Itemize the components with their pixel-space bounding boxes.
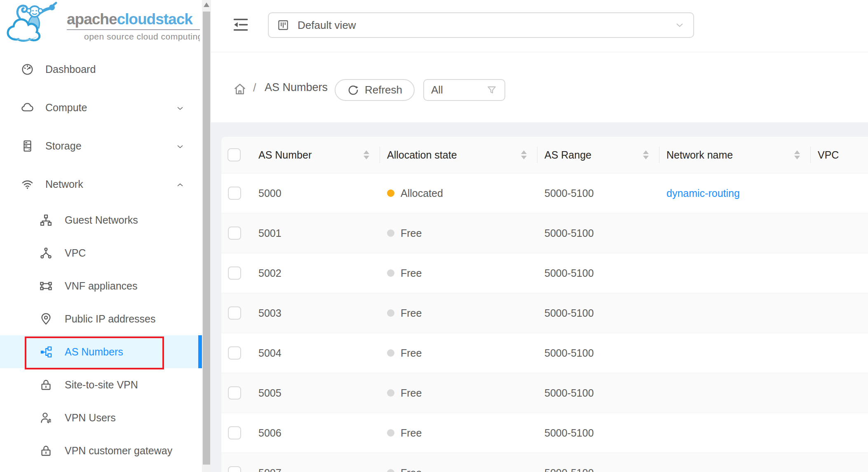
map-pin-icon <box>39 312 53 326</box>
row-select-cell <box>221 346 251 360</box>
status-dot <box>387 229 394 237</box>
table-row: 5004Free5000-5100 <box>221 333 868 373</box>
row-select-cell <box>221 386 251 400</box>
sidebar-item-network[interactable]: Network <box>0 165 202 203</box>
home-icon[interactable] <box>232 82 247 96</box>
as-number-cell: 5001 <box>251 227 380 239</box>
sidebar-item-compute[interactable]: Compute <box>0 89 202 127</box>
topbar: Default view <box>211 0 868 52</box>
column-header-vpc[interactable]: VPC <box>811 137 868 173</box>
sidebar-item-label: VPN Users <box>65 412 116 424</box>
row-select-cell <box>221 227 251 240</box>
sidebar-item-site-to-site-vpn[interactable]: Site-to-site VPN <box>0 368 202 401</box>
brand-cloudstack: cloudstack <box>117 11 192 28</box>
sidebar-item-label: AS Numbers <box>65 346 123 358</box>
as-range-cell: 5000-5100 <box>537 187 659 199</box>
network-link[interactable]: dynamic-routing <box>666 187 740 199</box>
lock-icon <box>39 444 53 458</box>
sidebar-item-label: Public IP addresses <box>65 313 156 325</box>
fork-nodes-icon <box>39 246 53 260</box>
row-checkbox[interactable] <box>228 306 241 320</box>
sort-icon <box>643 150 649 159</box>
as-number-cell: 5005 <box>251 387 380 399</box>
logo-text: apachecloudstack open source cloud compu… <box>67 11 200 42</box>
view-selector[interactable]: Default view <box>268 12 694 38</box>
allocation-state-cell: Free <box>380 427 537 439</box>
as-number-cell: 5007 <box>251 467 380 472</box>
scrollbar-up-arrow[interactable] <box>204 2 209 7</box>
cloud-icon <box>21 101 34 114</box>
chevron-down-icon <box>176 103 185 112</box>
column-label: AS Number <box>258 149 312 161</box>
row-checkbox[interactable] <box>228 426 241 439</box>
row-checkbox[interactable] <box>228 187 241 200</box>
as-range-cell: 5000-5100 <box>537 347 659 359</box>
column-label: Network name <box>666 149 733 161</box>
user-swap-icon <box>39 411 53 425</box>
as-range-cell: 5000-5100 <box>537 227 659 239</box>
content-area: Default view / AS Numbers <box>211 0 868 472</box>
toolbar: / AS Numbers Refresh All <box>211 53 868 122</box>
scrollbar-thumb[interactable] <box>203 12 210 465</box>
sidebar-item-vpn-customer-gateway[interactable]: VPN customer gateway <box>0 434 202 467</box>
allocation-state-cell: Free <box>380 467 537 472</box>
storage-icon <box>21 139 34 153</box>
row-checkbox[interactable] <box>228 386 241 400</box>
as-number-cell: 5006 <box>251 427 380 439</box>
sidebar-item-label: Site-to-site VPN <box>65 379 138 391</box>
sort-icon <box>364 150 369 159</box>
row-checkbox[interactable] <box>228 466 241 472</box>
status-label: Free <box>401 227 422 239</box>
menu-fold-icon[interactable] <box>232 16 250 34</box>
column-header-as-range[interactable]: AS Range <box>537 137 659 173</box>
sidebar-item-vpc[interactable]: VPC <box>0 236 202 269</box>
sidebar-item-guest-networks[interactable]: Guest Networks <box>0 203 202 236</box>
allocation-state-cell: Allocated <box>380 187 537 199</box>
sidebar-item-as-numbers[interactable]: AS Numbers <box>0 335 202 368</box>
as-range-cell: 5000-5100 <box>537 307 659 319</box>
filter-select[interactable]: All <box>423 79 505 101</box>
status-label: Free <box>401 427 422 439</box>
row-checkbox[interactable] <box>228 227 241 240</box>
as-range-cell: 5000-5100 <box>537 387 659 399</box>
sidebar-item-public-ip-addresses[interactable]: Public IP addresses <box>0 302 202 335</box>
status-dot <box>387 349 394 357</box>
lock-icon <box>39 378 53 392</box>
table-body: 5000Allocated5000-5100dynamic-routing500… <box>221 173 868 472</box>
reload-icon <box>347 84 359 96</box>
table-row: 5006Free5000-5100 <box>221 413 868 453</box>
column-header-allocation-state[interactable]: Allocation state <box>380 137 537 173</box>
column-label: AS Range <box>544 149 591 161</box>
network-name-cell: dynamic-routing <box>659 187 811 199</box>
project-icon <box>277 19 289 31</box>
status-label: Free <box>401 387 422 399</box>
sitemap-icon <box>39 213 53 227</box>
status-label: Free <box>401 267 422 279</box>
as-range-cell: 5000-5100 <box>537 267 659 279</box>
sidebar-scrollbar[interactable] <box>202 0 211 472</box>
row-checkbox[interactable] <box>228 266 241 280</box>
sidebar-item-label: VPN customer gateway <box>65 445 172 457</box>
refresh-button[interactable]: Refresh <box>335 79 415 101</box>
sidebar-item-dashboard[interactable]: Dashboard <box>0 50 202 89</box>
sidebar-item-vnf-appliances[interactable]: VNF appliances <box>0 269 202 302</box>
cluster-icon <box>39 345 53 359</box>
brand-underline <box>67 29 200 30</box>
sidebar-item-vpn-users[interactable]: VPN Users <box>0 401 202 434</box>
column-header-network-name[interactable]: Network name <box>659 137 811 173</box>
allocation-state-cell: Free <box>380 307 537 319</box>
breadcrumb-separator: / <box>253 82 256 94</box>
filter-funnel-icon <box>486 84 497 96</box>
view-selector-value: Default view <box>298 19 674 32</box>
row-checkbox[interactable] <box>228 346 241 360</box>
row-select-cell <box>221 426 251 439</box>
page: apachecloudstack open source cloud compu… <box>0 0 868 472</box>
breadcrumb-current: AS Numbers <box>265 81 328 94</box>
cloudstack-logo: apachecloudstack open source cloud compu… <box>4 2 200 43</box>
sidebar-item-label: Compute <box>45 102 87 114</box>
table-row: 5007Free5000-5100 <box>221 453 868 472</box>
sidebar-item-storage[interactable]: Storage <box>0 127 202 165</box>
select-all-checkbox[interactable] <box>228 148 241 161</box>
status-dot <box>387 469 394 472</box>
column-header-as-number[interactable]: AS Number <box>251 137 380 173</box>
